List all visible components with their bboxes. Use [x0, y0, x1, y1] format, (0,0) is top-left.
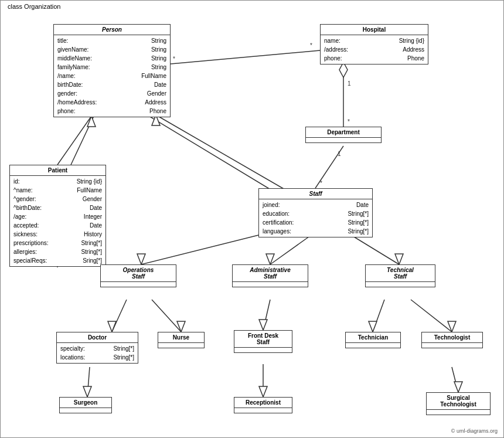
svg-line-17: [141, 232, 270, 264]
staff-class: Staff joined:Date education:String[*] ce…: [258, 188, 373, 237]
technician-header: Technician: [346, 332, 400, 343]
technologist-body: [422, 343, 482, 348]
surgical-technologist-header: SurgicalTechnologist: [427, 393, 490, 410]
svg-marker-20: [266, 254, 274, 264]
diagram-title: class Organization: [5, 3, 63, 10]
person-body: title:String givenName:String middleName…: [54, 35, 170, 117]
svg-text:*: *: [348, 118, 350, 125]
nurse-body: [158, 343, 204, 348]
doctor-body: specialty:String[*] locations:String[*]: [57, 343, 138, 363]
patient-class: Patient id:String {id} ^name:FullName ^g…: [9, 165, 106, 267]
svg-line-13: [315, 146, 343, 188]
svg-marker-24: [108, 321, 116, 332]
technician-body: [346, 343, 400, 348]
hospital-header: Hospital: [321, 25, 428, 35]
surgeon-class: Surgeon: [59, 397, 112, 413]
svg-line-2: [57, 116, 91, 165]
svg-marker-38: [454, 382, 462, 392]
operations-staff-body: [101, 282, 176, 287]
svg-line-29: [373, 300, 384, 332]
surgeon-header: Surgeon: [60, 398, 111, 408]
technologist-header: Technologist: [422, 332, 482, 343]
svg-line-25: [152, 300, 181, 332]
front-desk-staff-header: Front DeskStaff: [234, 331, 292, 348]
department-body: [306, 138, 381, 142]
doctor-header: Doctor: [57, 332, 138, 343]
svg-text:1: 1: [338, 151, 341, 157]
diagram-container: class Organization 1 * * * 1 * *: [0, 0, 504, 438]
svg-marker-30: [369, 321, 377, 332]
svg-text:*: *: [173, 56, 175, 62]
staff-body: joined:Date education:String[*] certific…: [259, 199, 372, 237]
svg-line-10: [171, 50, 320, 64]
svg-line-23: [112, 300, 127, 332]
technical-staff-header: TechnicalStaff: [366, 265, 435, 282]
svg-line-37: [452, 367, 458, 392]
technical-staff-body: [366, 282, 435, 287]
svg-line-31: [411, 300, 452, 332]
svg-marker-26: [177, 321, 185, 332]
svg-marker-22: [395, 254, 403, 264]
technician-class: Technician: [345, 332, 401, 348]
svg-marker-32: [448, 321, 456, 332]
svg-marker-36: [259, 386, 267, 397]
administrative-staff-body: [233, 282, 308, 287]
patient-body: id:String {id} ^name:FullName ^gender:Ge…: [10, 176, 105, 266]
operations-staff-header: OperationsStaff: [101, 265, 176, 282]
svg-marker-34: [83, 386, 91, 397]
department-class: Department: [305, 127, 382, 143]
person-class: Person title:String givenName:String mid…: [53, 24, 171, 117]
svg-marker-3: [87, 116, 96, 127]
operations-staff-class: OperationsStaff: [100, 264, 176, 287]
administrative-staff-header: AdministrativeStaff: [233, 265, 308, 282]
svg-text:*: *: [320, 180, 322, 186]
svg-text:*: *: [310, 42, 312, 49]
patient-header: Patient: [10, 165, 105, 176]
staff-header: Staff: [259, 189, 372, 199]
svg-marker-18: [137, 254, 145, 264]
technologist-class: Technologist: [421, 332, 483, 348]
copyright-label: © uml-diagrams.org: [451, 428, 498, 434]
hospital-class: Hospital name:String {id} /address:Addre…: [320, 24, 428, 64]
svg-line-4: [156, 115, 288, 191]
receptionist-body: [234, 408, 292, 413]
svg-line-33: [87, 367, 90, 397]
svg-text:1: 1: [348, 80, 351, 87]
receptionist-class: Receptionist: [234, 397, 292, 413]
svg-line-1: [147, 115, 288, 200]
svg-marker-28: [259, 320, 267, 330]
svg-line-0: [71, 115, 94, 165]
front-desk-staff-class: Front DeskStaff: [234, 330, 292, 353]
department-header: Department: [306, 127, 381, 138]
person-header: Person: [54, 25, 170, 35]
surgical-technologist-body: [427, 410, 490, 415]
receptionist-header: Receptionist: [234, 398, 292, 408]
surgeon-body: [60, 408, 111, 413]
front-desk-staff-body: [234, 348, 292, 352]
nurse-header: Nurse: [158, 332, 204, 343]
technical-staff-class: TechnicalStaff: [365, 264, 435, 287]
administrative-staff-class: AdministrativeStaff: [232, 264, 308, 287]
surgical-technologist-class: SurgicalTechnologist: [426, 392, 491, 415]
svg-line-27: [263, 300, 270, 330]
hospital-body: name:String {id} /address:Address phone:…: [321, 35, 428, 64]
nurse-class: Nurse: [158, 332, 205, 348]
doctor-class: Doctor specialty:String[*] locations:Str…: [56, 332, 138, 364]
